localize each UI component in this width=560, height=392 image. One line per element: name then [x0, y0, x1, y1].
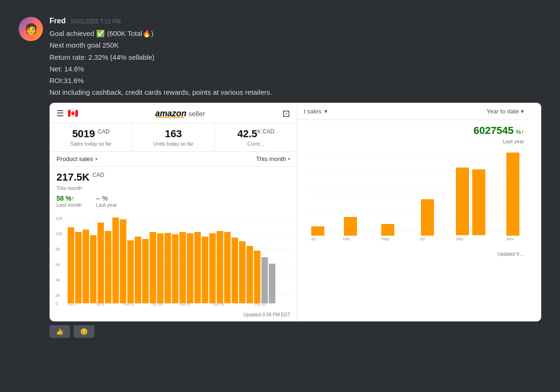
- current-value: 42.5K CAD: [220, 128, 291, 140]
- filter-arrow-right: ▾: [288, 156, 290, 161]
- chat-message: 🧑 Fred 10/31/2023 7:11 PM Goal achieved …: [9, 9, 551, 345]
- line-4: Net: 14.6%: [49, 63, 541, 74]
- stats-row: 5019 CAD Sales today so far 163 Units to…: [50, 123, 297, 152]
- filter-row: Product sales ▾ This month ▾: [50, 152, 297, 167]
- left-screenshot: ☰ 🇨🇦 amazon seller ⊡ 5019 CAD: [50, 103, 297, 321]
- right-chart-footer: Updated 9:...: [297, 252, 531, 260]
- ytd-label: Last year: [297, 139, 531, 148]
- svg-rect-56: [421, 199, 434, 236]
- svg-rect-35: [231, 238, 238, 303]
- svg-rect-38: [254, 251, 260, 303]
- svg-rect-28: [179, 232, 186, 303]
- svg-rect-20: [120, 219, 126, 303]
- amazon-header: ☰ 🇨🇦 amazon seller ⊡: [50, 103, 297, 123]
- message-body: Fred 10/31/2023 7:11 PM Goal achieved ✅ …: [49, 17, 541, 338]
- right-filter-right-arrow: ▾: [521, 108, 524, 115]
- right-chart-area: an Mar May Jul Sep Nov: [297, 148, 531, 252]
- message-header: Fred 10/31/2023 7:11 PM: [49, 17, 541, 25]
- svg-text:Oct 26: Oct 26: [213, 302, 224, 306]
- canada-flag-icon: 🇨🇦: [68, 108, 78, 119]
- svg-text:Oct 31: Oct 31: [255, 302, 266, 306]
- screenshots-container: ☰ 🇨🇦 amazon seller ⊡ 5019 CAD: [49, 103, 541, 322]
- monthly-amount: 217.5K CAD: [56, 171, 104, 183]
- thumbs-up-button[interactable]: 👍: [49, 325, 70, 338]
- units-value: 163: [138, 128, 209, 140]
- svg-text:Jul: Jul: [420, 237, 425, 241]
- svg-rect-19: [112, 217, 119, 303]
- ytd-pct: %↑: [516, 128, 524, 135]
- sales-value: 5019 CAD: [56, 128, 126, 140]
- svg-rect-23: [142, 239, 149, 303]
- svg-rect-37: [246, 246, 253, 303]
- svg-text:12k: 12k: [56, 216, 63, 220]
- filter-arrow-left: ▾: [95, 156, 98, 161]
- monthly-label: This month: [50, 185, 297, 195]
- svg-rect-58: [472, 169, 485, 235]
- avatar: 🧑: [19, 17, 43, 41]
- svg-rect-39: [261, 257, 268, 303]
- right-filter-left-arrow: ▾: [324, 108, 328, 115]
- svg-text:6k: 6k: [56, 262, 60, 266]
- svg-text:2k: 2k: [56, 293, 60, 297]
- product-sales-filter[interactable]: Product sales ▾: [56, 155, 98, 162]
- left-chart-area: 12k 10k 8k 6k 4k 2k 0: [50, 213, 297, 312]
- svg-rect-14: [75, 232, 82, 303]
- svg-text:Oct 6: Oct 6: [96, 302, 105, 306]
- svg-rect-13: [68, 227, 74, 303]
- svg-rect-36: [239, 241, 245, 303]
- left-chart-svg: 12k 10k 8k 6k 4k 2k 0: [55, 213, 292, 307]
- right-screenshot: t sales ▾ Year to date ▾ 6027545 %↑ Last…: [297, 103, 531, 321]
- right-filter-right[interactable]: Year to date ▾: [486, 108, 524, 115]
- svg-text:Mar: Mar: [343, 237, 350, 241]
- bottom-actions: 👍 😊: [49, 325, 541, 338]
- svg-rect-40: [269, 264, 275, 303]
- svg-rect-55: [381, 224, 394, 236]
- header-left: ☰ 🇨🇦: [56, 108, 78, 119]
- amazon-brand: amazon seller: [155, 109, 205, 118]
- svg-rect-31: [202, 237, 208, 303]
- current-label: Curre...: [220, 141, 291, 147]
- monthly-value: 217.5K CAD: [50, 167, 297, 185]
- svg-rect-34: [224, 232, 231, 303]
- svg-rect-27: [172, 234, 179, 303]
- svg-text:10k: 10k: [56, 231, 63, 236]
- line-3: Return rate: 2.32% (44% sellable): [49, 52, 541, 63]
- username: Fred: [49, 17, 66, 25]
- seller-text: seller: [187, 110, 205, 118]
- scan-icon[interactable]: ⊡: [282, 108, 290, 119]
- svg-rect-22: [135, 237, 141, 303]
- svg-text:Oct 11: Oct 11: [124, 302, 135, 306]
- svg-text:Oct 21: Oct 21: [179, 302, 190, 306]
- right-chart-svg: an Mar May Jul Sep Nov: [302, 148, 526, 246]
- comparison-row: 58 %↑ Last month -- % Last year: [50, 195, 297, 213]
- right-filter-row: t sales ▾ Year to date ▾: [297, 103, 531, 120]
- stat-sales: 5019 CAD Sales today so far: [50, 123, 133, 151]
- units-label: Units today so far: [138, 141, 209, 147]
- ytd-value: 6027545: [474, 125, 514, 136]
- svg-rect-24: [150, 232, 156, 303]
- last-year-label: Last year: [96, 202, 117, 208]
- svg-text:Sep: Sep: [456, 237, 463, 241]
- smile-button[interactable]: 😊: [74, 325, 94, 338]
- svg-rect-53: [311, 226, 324, 236]
- svg-text:an: an: [311, 237, 316, 241]
- line-5: ROI:31.6%: [49, 75, 541, 86]
- svg-text:May: May: [381, 237, 390, 241]
- last-year-comp: -- % Last year: [96, 195, 117, 208]
- hamburger-icon[interactable]: ☰: [56, 108, 64, 119]
- svg-text:8k: 8k: [56, 246, 60, 251]
- right-filter-left[interactable]: t sales ▾: [304, 108, 328, 115]
- svg-rect-57: [456, 168, 469, 235]
- svg-text:Oct 16: Oct 16: [152, 302, 163, 306]
- left-chart-footer: Updated 9:39 PM EDT: [50, 312, 297, 321]
- last-month-comp: 58 %↑ Last month: [56, 195, 82, 208]
- timestamp: 10/31/2023 7:11 PM: [70, 18, 121, 25]
- line-6: Not including cashback, credit cards rew…: [49, 87, 541, 98]
- svg-rect-16: [90, 235, 97, 303]
- line-2: Next month goal 250K: [49, 40, 541, 50]
- line-1: Goal achieved ✅ (600K Total🔥): [49, 28, 541, 39]
- message-text: Goal achieved ✅ (600K Total🔥) Next month…: [49, 28, 541, 98]
- svg-rect-18: [105, 231, 112, 303]
- this-month-filter[interactable]: This month ▾: [256, 155, 290, 162]
- sales-label: Sales today so far: [56, 141, 126, 147]
